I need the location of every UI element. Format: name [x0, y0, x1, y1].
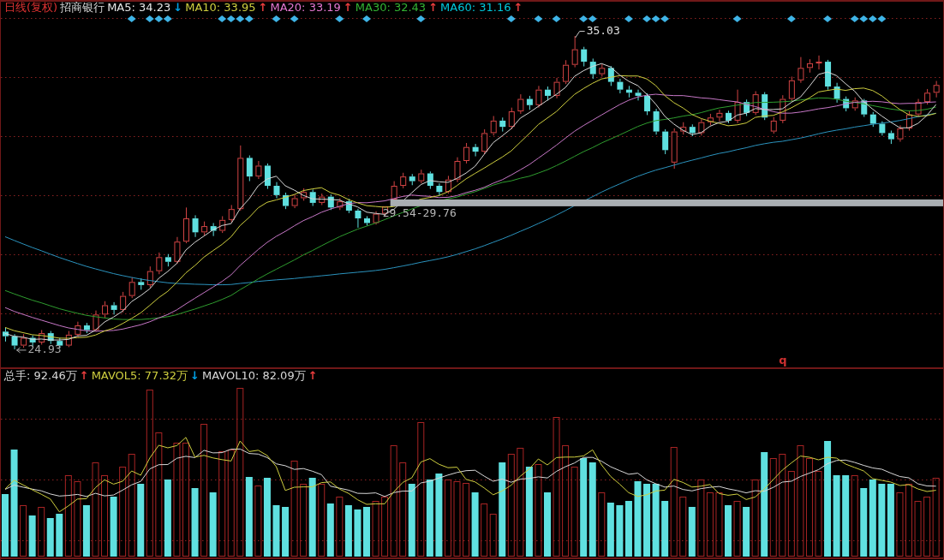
ma10-trend-arrow-icon: ↑	[259, 1, 268, 14]
volume-pane-header: 总手: 92.46万 ↑ MAVOL5: 77.32万 ↓ MAVOL10: 8…	[4, 369, 320, 382]
gap-range-label: 29.54-29.76	[383, 207, 457, 219]
ma60-trend-arrow-icon: ↑	[513, 1, 523, 14]
ma20-legend: MA20: 33.19	[270, 1, 340, 14]
total-volume-legend: 总手: 92.46万	[4, 369, 77, 382]
price-pane-header: 日线(复权) 招商银行 MA5: 34.23 ↓ MA10: 33.95 ↑ M…	[4, 1, 525, 14]
period-label: 日线(复权)	[4, 1, 57, 14]
ma60-legend: MA60: 31.16	[440, 1, 511, 14]
mavol10-arrow-icon: ↑	[308, 369, 318, 382]
ma30-legend: MA30: 32.43	[355, 1, 426, 14]
ma20-trend-arrow-icon: ↑	[344, 1, 353, 14]
total-volume-arrow-icon: ↑	[80, 369, 89, 382]
stock-name: 招商银行	[60, 1, 105, 14]
main-chart-canvas[interactable]	[0, 0, 944, 560]
mavol5-arrow-icon: ↓	[190, 369, 200, 382]
ma10-legend: MA10: 33.95	[185, 1, 255, 14]
low-price-label: 24.93	[28, 343, 62, 355]
q-marker: q	[779, 354, 786, 366]
mavol5-legend: MAVOL5: 77.32万	[92, 369, 188, 382]
ma5-trend-arrow-icon: ↓	[173, 1, 182, 14]
mavol10-legend: MAVOL10: 82.09万	[202, 369, 306, 382]
ma30-trend-arrow-icon: ↑	[428, 1, 438, 14]
peak-price-label: 35.03	[587, 25, 620, 37]
stock-chart-window: 日线(复权) 招商银行 MA5: 34.23 ↓ MA10: 33.95 ↑ M…	[0, 0, 944, 560]
ma5-legend: MA5: 34.23	[107, 1, 170, 14]
